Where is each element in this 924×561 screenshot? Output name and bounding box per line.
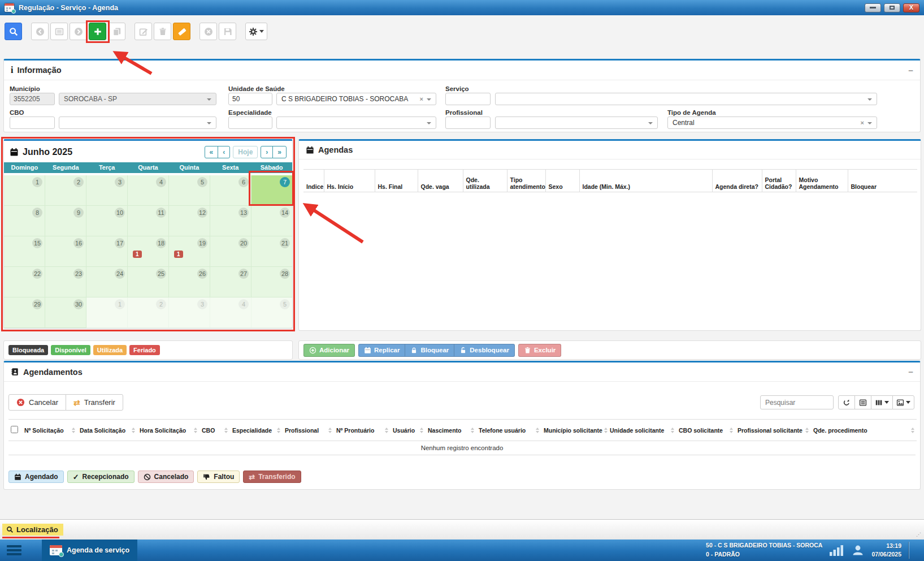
calendar-day-cell[interactable]: 4 — [128, 175, 169, 206]
resize-grip[interactable]: ⋰ — [916, 532, 922, 537]
cancel-record-button[interactable] — [199, 23, 217, 40]
calendar-day-cell[interactable]: 5 — [169, 175, 210, 206]
agendamentos-column-header[interactable]: CBO — [199, 420, 230, 441]
calendar-day-cell[interactable]: 27 — [210, 267, 251, 297]
especialidade-select[interactable] — [276, 116, 436, 129]
calendar-day-cell[interactable]: 4 — [210, 297, 251, 328]
cbo-select[interactable] — [59, 116, 216, 129]
calendar-first-button[interactable]: « — [205, 146, 219, 158]
calendar-day-cell[interactable]: 15 — [4, 236, 45, 267]
servico-code-input[interactable] — [445, 93, 491, 105]
agendamentos-column-header[interactable]: Município solicitante — [541, 420, 608, 441]
clear-selection-icon[interactable]: × — [420, 96, 423, 102]
copy-button[interactable] — [108, 23, 125, 40]
clear-selection-icon[interactable]: × — [861, 119, 864, 126]
calendar-day-cell[interactable]: 1 — [86, 297, 128, 328]
municipio-select[interactable]: SOROCABA - SP — [59, 93, 216, 105]
columns-button[interactable] — [871, 395, 893, 409]
calendar-day-cell[interactable]: 21 — [251, 236, 292, 267]
calendar-day-cell[interactable]: 17 — [86, 236, 128, 267]
replicar-button[interactable]: Replicar — [358, 344, 405, 357]
calendar-day-cell[interactable]: 23 — [45, 267, 86, 297]
minimize-button[interactable] — [865, 3, 881, 12]
calendar-day-cell[interactable]: 24 — [86, 267, 128, 297]
collapse-panel-icon[interactable]: − — [908, 66, 913, 75]
agendamentos-column-header[interactable]: Profissional — [283, 420, 334, 441]
calendar-day-cell[interactable]: 10 — [86, 206, 128, 236]
cancelar-button[interactable]: Cancelar — [8, 394, 66, 411]
cbo-code-input[interactable] — [10, 116, 55, 129]
calendar-day-cell[interactable]: 3 — [169, 297, 210, 328]
clear-button[interactable] — [173, 23, 190, 40]
previous-record-button[interactable] — [31, 23, 49, 40]
task-button-agenda-de-servico[interactable]: Agenda de serviço — [42, 540, 137, 561]
profissional-code-input[interactable] — [445, 116, 491, 129]
tipo-agenda-select[interactable]: Central× — [667, 116, 877, 129]
agendamentos-column-header[interactable]: Nascimento — [426, 420, 476, 441]
localizacao-link[interactable]: Localização — [2, 524, 63, 536]
transferir-button[interactable]: ⇄ Transferir — [66, 394, 123, 411]
agendamentos-column-header[interactable]: Especialidade — [230, 420, 283, 441]
agendamentos-column-header[interactable]: Qde. procedimento — [811, 420, 917, 441]
servico-select[interactable] — [495, 93, 877, 105]
agendamentos-column-header[interactable]: Usuário — [391, 420, 426, 441]
calendar-day-cell[interactable]: 20 — [210, 236, 251, 267]
excluir-button[interactable]: Excluir — [518, 344, 561, 357]
collapse-panel-icon[interactable]: − — [908, 367, 913, 377]
calendar-day-cell[interactable]: 3 — [86, 175, 128, 206]
unidade-select[interactable]: C S BRIGADEIRO TOBIAS - SOROCABA× — [276, 93, 436, 105]
agendamentos-column-header[interactable]: Unidade solicitante — [608, 420, 676, 441]
agendamentos-column-header[interactable]: Telefone usuário — [476, 420, 541, 441]
calendar-day-cell[interactable]: 14 — [251, 206, 292, 236]
calendar-day-cell[interactable]: 6 — [210, 175, 251, 206]
select-all-checkbox[interactable] — [11, 426, 18, 433]
calendar-day-cell[interactable]: 5 — [251, 297, 292, 328]
agendamentos-column-header[interactable]: Profissional solicitante — [735, 420, 811, 441]
search-input[interactable] — [760, 395, 834, 409]
calendar-next-button[interactable]: › — [261, 146, 273, 158]
municipio-code-input[interactable] — [10, 93, 55, 105]
calendar-day-cell[interactable]: 181 — [128, 236, 169, 267]
close-button[interactable]: X — [903, 3, 919, 12]
list-view-button[interactable] — [854, 395, 871, 409]
save-button[interactable] — [219, 23, 236, 40]
settings-button[interactable] — [245, 23, 267, 40]
profissional-select[interactable] — [495, 116, 658, 129]
agendamentos-column-header[interactable]: Nº Solicitação — [22, 420, 77, 441]
delete-button[interactable] — [154, 23, 171, 40]
calendar-day-cell[interactable]: 191 — [169, 236, 210, 267]
search-button[interactable] — [5, 23, 22, 40]
especialidade-code-input[interactable] — [228, 116, 272, 129]
calendar-day-cell[interactable]: 29 — [4, 297, 45, 328]
calendar-day-cell[interactable]: 2 — [128, 297, 169, 328]
show-desktop-divider[interactable] — [909, 542, 909, 559]
next-record-button[interactable] — [70, 23, 87, 40]
calendar-today-button[interactable]: Hoje — [233, 146, 258, 158]
calendar-day-cell[interactable]: 30 — [45, 297, 86, 328]
calendar-day-cell[interactable]: 25 — [128, 267, 169, 297]
add-button[interactable] — [89, 23, 106, 40]
calendar-day-cell[interactable]: 13 — [210, 206, 251, 236]
calendar-last-button[interactable]: » — [272, 146, 287, 158]
agendamentos-column-header[interactable]: Hora Solicitação — [137, 420, 199, 441]
desbloquear-button[interactable]: Desbloquear — [454, 344, 515, 357]
adicionar-button[interactable]: Adicionar — [303, 344, 355, 357]
maximize-button[interactable] — [884, 3, 900, 12]
calendar-prev-button[interactable]: ‹ — [218, 146, 230, 158]
edit-button[interactable] — [135, 23, 152, 40]
calendar-day-cell[interactable]: 1 — [4, 175, 45, 206]
list-records-button[interactable] — [50, 23, 68, 40]
calendar-day-cell[interactable]: 7 — [251, 175, 292, 206]
calendar-day-cell[interactable]: 12 — [169, 206, 210, 236]
unidade-code-input[interactable] — [228, 93, 272, 105]
bloquear-button[interactable]: Bloquear — [405, 344, 454, 357]
calendar-day-cell[interactable]: 8 — [4, 206, 45, 236]
calendar-day-cell[interactable]: 26 — [169, 267, 210, 297]
refresh-button[interactable] — [838, 395, 855, 409]
user-icon[interactable] — [852, 544, 864, 556]
calendar-day-cell[interactable]: 2 — [45, 175, 86, 206]
agendamentos-column-header[interactable]: Nº Prontuário — [334, 420, 391, 441]
calendar-day-cell[interactable]: 11 — [128, 206, 169, 236]
calendar-day-cell[interactable]: 16 — [45, 236, 86, 267]
menu-icon[interactable] — [7, 545, 21, 555]
